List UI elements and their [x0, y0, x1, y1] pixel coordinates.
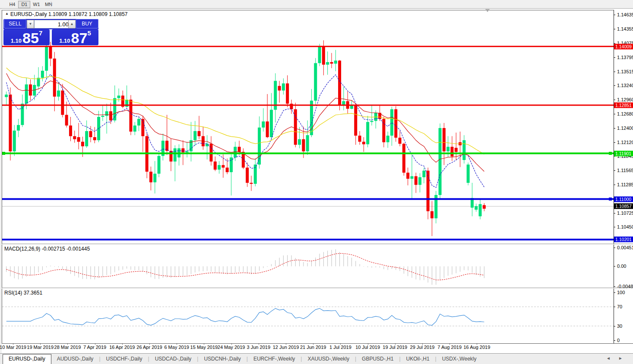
hline-1.12851[interactable]	[2, 104, 614, 106]
date-label: 24 May 2019	[218, 345, 245, 350]
price-tick	[614, 142, 615, 143]
rsi-chart[interactable]	[2, 289, 614, 343]
candle-body	[29, 85, 32, 96]
bid-price-display[interactable]: 1.10 85 7	[3, 29, 50, 45]
hline-handle[interactable]	[609, 152, 612, 155]
price-tick-label: 1.12400	[617, 126, 633, 131]
timeframe-button-h4[interactable]: H4	[6, 1, 18, 8]
candle-body	[117, 96, 120, 98]
candle-body	[450, 147, 453, 156]
hline-handle[interactable]	[2, 152, 5, 155]
tab-scroll-right-icon[interactable]: ►	[618, 356, 623, 361]
candle-body	[105, 111, 108, 116]
timeframe-button-d1[interactable]: D1	[18, 1, 30, 8]
current-price-badge: 1.10857	[614, 204, 633, 209]
moving-average-8	[6, 74, 484, 188]
bid-price-prefix: 1.10	[11, 38, 22, 44]
date-label: 19 Jul 2019	[383, 345, 407, 350]
tab-scroll-left-icon[interactable]: ◄	[606, 356, 611, 361]
rsi-tick-label: 100	[617, 290, 625, 295]
price-tick-label: 1.13240	[617, 83, 633, 88]
candle-body	[306, 135, 309, 151]
candle-body	[246, 168, 249, 183]
candle-body	[181, 148, 184, 152]
timeframe-button-mn[interactable]: MN	[42, 1, 54, 8]
price-badge-1.11901: 1.11901	[614, 151, 633, 156]
volume-down-spinner[interactable]: ▼	[27, 20, 34, 28]
tab-xauusd-weekly[interactable]: XAUUSD-,Weekly	[302, 354, 354, 364]
tab-usdcnh-daily[interactable]: USDCNH-,Daily	[198, 354, 246, 364]
chart-collapse-icon[interactable]: ▲	[5, 12, 9, 16]
candle-body	[109, 111, 112, 120]
ask-price-display[interactable]: 1.10 87 5	[52, 29, 98, 45]
price-tick-label: 1.12680	[617, 111, 633, 116]
candle-body	[37, 78, 40, 86]
chart-title-symbol: EURUSD-,Daily	[10, 11, 47, 17]
volume-input[interactable]	[34, 20, 71, 28]
tab-usdx-weekly[interactable]: USDX-,Weekly	[437, 354, 482, 364]
tab-usdcad-daily[interactable]: USDCAD-,Daily	[149, 354, 197, 364]
volume-up-spinner[interactable]: ▲	[68, 20, 76, 28]
tab-gbpusd-h1[interactable]: GBPUSD-,H1	[356, 354, 399, 364]
timeframe-toolbar: H4D1W1MN	[0, 0, 633, 9]
candle-body	[77, 137, 80, 142]
macd-tick	[614, 286, 615, 287]
candle-body	[330, 62, 333, 64]
candle-body	[366, 122, 369, 144]
hline-1.11901[interactable]	[2, 153, 614, 154]
price-tick-label: 1.10725	[617, 210, 633, 216]
price-tick	[614, 114, 615, 114]
candle-body	[85, 131, 88, 146]
macd-tick-label: 0.004517	[617, 245, 633, 250]
price-tick-label: 1.13795	[617, 55, 633, 60]
tab-eurchf-weekly[interactable]: EURCHF-,Weekly	[248, 354, 301, 364]
timeframe-button-w1[interactable]: W1	[30, 1, 42, 8]
candle-body	[483, 205, 486, 209]
candle-body	[133, 126, 136, 132]
candle-body	[358, 136, 361, 142]
sell-button[interactable]: SELL	[4, 19, 26, 28]
candle-body	[158, 156, 161, 174]
chart-shift-marker-icon[interactable]	[485, 9, 490, 12]
hline-1.14009[interactable]	[2, 46, 614, 47]
hline-1.10201[interactable]	[2, 238, 614, 240]
buy-button[interactable]: BUY	[76, 19, 98, 28]
tab-audusd-daily[interactable]: AUDUSD-,Daily	[51, 354, 99, 364]
candle-body	[93, 137, 96, 140]
candle-body	[475, 206, 478, 210]
candle-body	[302, 139, 305, 151]
candle-body	[418, 177, 421, 185]
macd-tick-label: -0.004806	[617, 284, 633, 289]
candle-body	[69, 126, 72, 136]
hline-1.11000[interactable]	[2, 198, 614, 200]
candle-body	[314, 63, 317, 100]
tab-usdchf-daily[interactable]: USDCHF-,Daily	[101, 354, 148, 364]
date-label: 6 May 2019	[164, 345, 189, 350]
candle-body	[186, 151, 189, 152]
candle-body	[65, 115, 68, 126]
rsi-tick-label: 0	[617, 338, 620, 343]
bid-price-big: 85	[22, 32, 39, 44]
candle-body	[479, 204, 482, 216]
price-tick-label: 1.12960	[617, 97, 633, 102]
date-label: 7 Aug 2019	[437, 345, 462, 350]
symbol-tabbar: EURUSD-,DailyAUDUSD-,Daily|USDCHF-,Daily…	[0, 353, 633, 364]
toolbar-divider	[51, 1, 51, 7]
candle-body	[222, 165, 225, 168]
tab-eurusd-daily[interactable]: EURUSD-,Daily	[3, 354, 51, 364]
tab-ukoil-h1[interactable]: UKOil-,H1	[401, 354, 435, 364]
price-tick	[614, 185, 615, 185]
date-label: 7 Apr 2019	[83, 345, 106, 350]
rsi-tick	[614, 340, 615, 341]
candle-body	[238, 147, 241, 152]
candle-body	[402, 144, 405, 173]
ask-price-pip: 5	[87, 30, 91, 36]
date-label: 10 Mar 2019	[0, 345, 26, 350]
date-label: 29 Jul 2019	[410, 345, 435, 350]
candle-body	[149, 172, 152, 182]
candle-body	[41, 71, 44, 78]
candle-body	[214, 161, 217, 169]
macd-chart[interactable]	[2, 245, 614, 288]
hline-handle[interactable]	[609, 198, 612, 201]
candle-body	[354, 105, 357, 136]
